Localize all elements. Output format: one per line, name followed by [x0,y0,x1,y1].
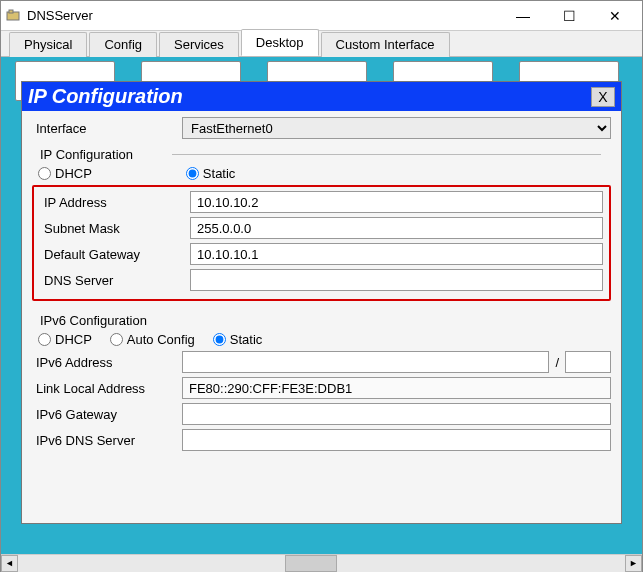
ipv6-static-radio[interactable]: Static [213,332,263,347]
ipv4-group-label: IP Configuration [32,143,611,164]
ipv6-gateway-label: IPv6 Gateway [32,405,182,424]
default-gateway-label: Default Gateway [40,245,190,264]
ipv4-static-radio-input[interactable] [186,167,199,180]
subnet-mask-input[interactable] [190,217,603,239]
ipv4-dhcp-radio-input[interactable] [38,167,51,180]
ip-config-window: IP Configuration X Interface FastEtherne… [21,81,622,524]
scroll-right-button[interactable]: ► [625,555,642,572]
maximize-button[interactable]: ☐ [546,1,592,31]
subnet-mask-label: Subnet Mask [40,219,190,238]
ipv6-prefix-separator: / [553,355,561,370]
close-button[interactable]: ✕ [592,1,638,31]
ipv6-prefix-input[interactable] [565,351,611,373]
minimize-button[interactable]: — [500,1,546,31]
interface-label: Interface [32,119,182,138]
ipv4-dhcp-radio[interactable]: DHCP [38,166,92,181]
ipv6-auto-radio-input[interactable] [110,333,123,346]
link-local-input[interactable] [182,377,611,399]
ip-config-title: IP Configuration [28,85,591,108]
tab-config[interactable]: Config [89,32,157,57]
ipv6-gateway-input[interactable] [182,403,611,425]
tab-desktop[interactable]: Desktop [241,29,319,56]
horizontal-scrollbar[interactable]: ◄ ► [1,554,642,571]
ipv4-mode-row: DHCP Static [32,164,611,185]
tabbar: Physical Config Services Desktop Custom … [1,31,642,57]
ipv6-group-label: IPv6 Configuration [32,309,611,330]
ip-config-body: Interface FastEthernet0 IP Configuration… [22,111,621,523]
divider [172,154,601,155]
link-local-label: Link Local Address [32,379,182,398]
ipv6-address-label: IPv6 Address [32,353,182,372]
app-window: DNSServer — ☐ ✕ Physical Config Services… [0,0,643,572]
scroll-track[interactable] [18,555,625,572]
tab-custom-interface[interactable]: Custom Interface [321,32,450,57]
ipv6-dns-input[interactable] [182,429,611,451]
tab-services[interactable]: Services [159,32,239,57]
ipv4-static-radio[interactable]: Static [186,166,236,181]
desktop-area: IP Configuration X Interface FastEtherne… [1,57,642,554]
default-gateway-input[interactable] [190,243,603,265]
window-title: DNSServer [27,8,500,23]
ip-address-label: IP Address [40,193,190,212]
ip-config-titlebar: IP Configuration X [22,82,621,111]
scroll-thumb[interactable] [285,555,337,572]
app-icon [5,8,21,24]
dns-server-label: DNS Server [40,271,190,290]
ipv4-fields-highlight: IP Address Subnet Mask Default Gateway D… [32,185,611,301]
ip-address-input[interactable] [190,191,603,213]
svg-rect-1 [9,10,13,13]
ipv6-mode-row: DHCP Auto Config Static [32,330,611,351]
ipv6-auto-radio[interactable]: Auto Config [110,332,195,347]
tab-physical[interactable]: Physical [9,32,87,57]
interface-select[interactable]: FastEthernet0 [182,117,611,139]
scroll-left-button[interactable]: ◄ [1,555,18,572]
ipv6-static-radio-input[interactable] [213,333,226,346]
ipv6-dhcp-radio[interactable]: DHCP [38,332,92,347]
titlebar: DNSServer — ☐ ✕ [1,1,642,31]
ipv6-dns-label: IPv6 DNS Server [32,431,182,450]
ipv6-dhcp-radio-input[interactable] [38,333,51,346]
ipv6-address-input[interactable] [182,351,549,373]
dns-server-input[interactable] [190,269,603,291]
ip-config-close-button[interactable]: X [591,87,615,107]
